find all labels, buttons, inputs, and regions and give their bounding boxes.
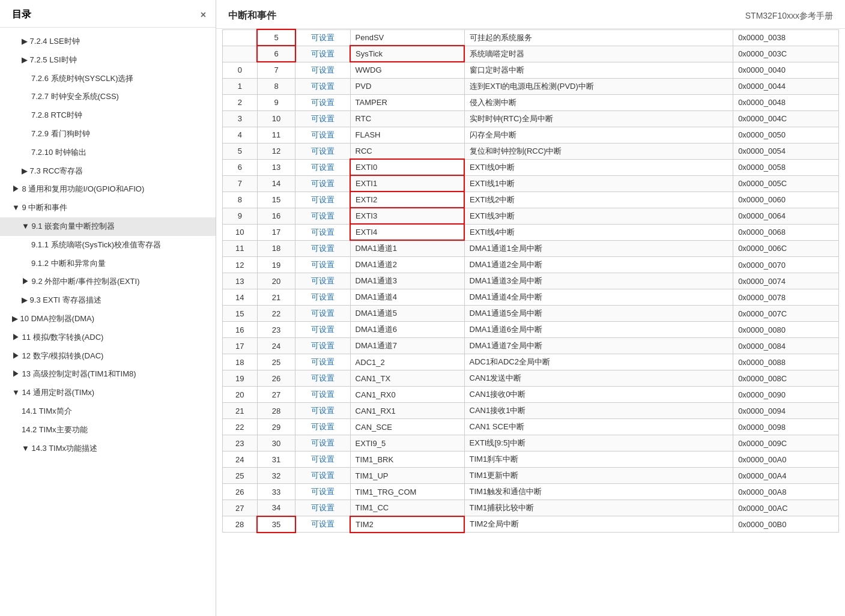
cell-pos: 9: [223, 208, 258, 224]
cell-irq: 26: [257, 370, 295, 387]
cell-irq: 8: [257, 78, 295, 94]
sidebar-item-9-1-1[interactable]: 9.1.1 系统嘀嗒(SysTick)校准值寄存器: [0, 236, 216, 255]
cell-desc: TIM1刹车中断: [464, 451, 733, 468]
cell-irq: 28: [257, 403, 295, 419]
cell-settable: 可设置: [295, 110, 350, 127]
cell-irq: 10: [257, 110, 295, 127]
cell-name: DMA1通道3: [350, 273, 464, 289]
table-row: 613可设置EXTI0EXTI线0中断0x0000_0058: [223, 159, 839, 175]
sidebar-item-9-1[interactable]: ▼ 9.1 嵌套向量中断控制器: [0, 217, 216, 236]
cell-addr: 0x0000_0040: [733, 62, 839, 78]
sidebar-item-13[interactable]: ▶ 13 高级控制定时器(TIM1和TIM8): [0, 365, 216, 384]
cell-settable: 可设置: [295, 62, 350, 78]
main-header: 中断和事件 STM32F10xxx参考手册: [216, 0, 845, 29]
sidebar-item-9-1-2[interactable]: 9.1.2 中断和异常向量: [0, 255, 216, 273]
cell-desc: DMA1通道7全局中断: [464, 338, 733, 354]
cell-settable: 可设置: [295, 240, 350, 257]
table-row: 1320可设置DMA1通道3DMA1通道3全局中断0x0000_0074: [223, 273, 839, 289]
cell-irq: 31: [257, 451, 295, 468]
cell-irq: 18: [257, 240, 295, 257]
sidebar-item-9-3[interactable]: ▶ 9.3 EXTI 寄存器描述: [0, 291, 216, 310]
cell-name: WWDG: [350, 62, 464, 78]
cell-name: CAN1_RX1: [350, 403, 464, 419]
cell-pos: 27: [223, 500, 258, 516]
cell-name: CAN1_TX: [350, 370, 464, 387]
cell-pos: 22: [223, 419, 258, 435]
sidebar-item-8[interactable]: ▶ 8 通用和复用功能I/O(GPIO和AFIO): [0, 180, 216, 199]
cell-name: EXTI4: [350, 224, 464, 240]
cell-desc: CAN1 SCE中断: [464, 419, 733, 435]
cell-name: CAN1_RX0: [350, 387, 464, 403]
cell-name: TIM1_CC: [350, 500, 464, 516]
cell-name: DMA1通道2: [350, 257, 464, 273]
cell-addr: 0x0000_0074: [733, 273, 839, 289]
cell-settable: 可设置: [295, 159, 350, 175]
cell-settable: 可设置: [295, 208, 350, 224]
table-row: 2734可设置TIM1_CCTIM1捕获比较中断0x0000_00AC: [223, 500, 839, 516]
cell-desc: DMA1通道5全局中断: [464, 306, 733, 322]
cell-pos: 18: [223, 354, 258, 370]
table-row: 1017可设置EXTI4EXTI线4中断0x0000_0068: [223, 224, 839, 240]
sidebar-item-14-2[interactable]: 14.2 TIMx主要功能: [0, 421, 216, 439]
table-row: 411可设置FLASH闪存全局中断0x0000_0050: [223, 127, 839, 143]
sidebar-item-14-1[interactable]: 14.1 TIMx简介: [0, 402, 216, 421]
cell-pos: 28: [223, 516, 258, 533]
cell-settable: 可设置: [295, 500, 350, 516]
cell-name: DMA1通道7: [350, 338, 464, 354]
cell-addr: 0x0000_004C: [733, 110, 839, 127]
sidebar-item-14-3[interactable]: ▼ 14.3 TIMx功能描述: [0, 439, 216, 458]
table-row: 1926可设置CAN1_TXCAN1发送中断0x0000_008C: [223, 370, 839, 387]
cell-desc: 实时时钟(RTC)全局中断: [464, 110, 733, 127]
cell-irq: 17: [257, 224, 295, 240]
cell-irq: 20: [257, 273, 295, 289]
table-row: 310可设置RTC实时时钟(RTC)全局中断0x0000_004C: [223, 110, 839, 127]
table-row: 2633可设置TIM1_TRG_COMTIM1触发和通信中断0x0000_00A…: [223, 484, 839, 500]
cell-desc: TIM1捕获比较中断: [464, 500, 733, 516]
cell-irq: 19: [257, 257, 295, 273]
sidebar-item-11[interactable]: ▶ 11 模拟/数字转换(ADC): [0, 328, 216, 347]
cell-settable: 可设置: [295, 419, 350, 435]
sidebar-item-7-2-7[interactable]: 7.2.7 时钟安全系统(CSS): [0, 88, 216, 106]
table-row: 29可设置TAMPER侵入检测中断0x0000_0048: [223, 94, 839, 110]
sidebar-item-7-2-9[interactable]: 7.2.9 看门狗时钟: [0, 125, 216, 143]
sidebar-item-7-3[interactable]: ▶ 7.3 RCC寄存器: [0, 162, 216, 181]
sidebar-item-10[interactable]: ▶ 10 DMA控制器(DMA): [0, 310, 216, 328]
cell-settable: 可设置: [295, 175, 350, 192]
cell-name: TIM2: [350, 516, 464, 533]
cell-name: TIM1_BRK: [350, 451, 464, 468]
close-icon[interactable]: ×: [201, 10, 206, 20]
cell-settable: 可设置: [295, 46, 350, 62]
cell-addr: 0x0000_00A8: [733, 484, 839, 500]
cell-irq: 11: [257, 127, 295, 143]
sidebar-item-7-2-8[interactable]: 7.2.8 RTC时钟: [0, 106, 216, 125]
cell-settable: 可设置: [295, 484, 350, 500]
cell-desc: DMA1通道4全局中断: [464, 289, 733, 306]
sidebar-header: 目录 ×: [0, 0, 216, 28]
cell-addr: 0x0000_0070: [733, 257, 839, 273]
table-row: 6可设置SysTick系统嘀嗒定时器0x0000_003C: [223, 46, 839, 62]
cell-irq: 32: [257, 468, 295, 484]
cell-addr: 0x0000_0054: [733, 143, 839, 159]
cell-pos: [223, 46, 258, 62]
cell-addr: 0x0000_0050: [733, 127, 839, 143]
sidebar-item-7-2-5[interactable]: ▶ 7.2.5 LSI时钟: [0, 51, 216, 70]
cell-irq: 12: [257, 143, 295, 159]
table-row: 512可设置RCC复位和时钟控制(RCC)中断0x0000_0054: [223, 143, 839, 159]
sidebar-item-9[interactable]: ▼ 9 中断和事件: [0, 199, 216, 217]
sidebar-item-7-2-10[interactable]: 7.2.10 时钟输出: [0, 143, 216, 162]
sidebar-item-14[interactable]: ▼ 14 通用定时器(TIMx): [0, 384, 216, 402]
cell-irq: 24: [257, 338, 295, 354]
cell-pos: 6: [223, 159, 258, 175]
cell-pos: 1: [223, 78, 258, 94]
sidebar-item-7-2-4[interactable]: ▶ 7.2.4 LSE时钟: [0, 32, 216, 51]
cell-irq: 23: [257, 322, 295, 338]
sidebar-item-7-2-6[interactable]: 7.2.6 系统时钟(SYSCLK)选择: [0, 70, 216, 88]
cell-pos: 13: [223, 273, 258, 289]
cell-addr: 0x0000_008C: [733, 370, 839, 387]
sidebar-item-12[interactable]: ▶ 12 数字/模拟转换(DAC): [0, 347, 216, 366]
sidebar-item-9-2[interactable]: ▶ 9.2 外部中断/事件控制器(EXTI): [0, 273, 216, 291]
table-row: 1724可设置DMA1通道7DMA1通道7全局中断0x0000_0084: [223, 338, 839, 354]
cell-desc: 侵入检测中断: [464, 94, 733, 110]
cell-name: DMA1通道6: [350, 322, 464, 338]
cell-settable: 可设置: [295, 273, 350, 289]
